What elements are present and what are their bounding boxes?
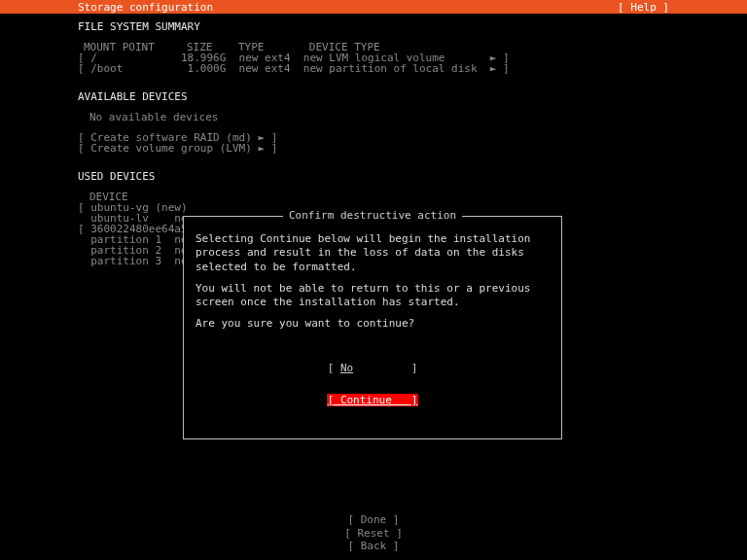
fs-row[interactable]: [ /boot 1.000G new ext4 new partition of… [78, 63, 669, 74]
no-button[interactable]: [ No ] [196, 363, 550, 373]
fs-summary-heading: FILE SYSTEM SUMMARY [78, 21, 669, 32]
continue-button[interactable]: [ Continue ] [196, 395, 550, 405]
back-button[interactable]: [ Back ] [0, 540, 747, 552]
reset-button[interactable]: [ Reset ] [0, 527, 747, 540]
used-heading: USED DEVICES [78, 171, 669, 182]
dialog-text-2: You will not be able to return to this o… [196, 282, 550, 310]
no-available-devices: No available devices [78, 112, 669, 122]
create-lvm-button[interactable]: [ Create volume group (LVM) ► ] [78, 143, 669, 154]
done-button[interactable]: [ Done ] [0, 513, 747, 526]
help-button[interactable]: [ Help ] [618, 2, 669, 13]
screen-title: Storage configuration [78, 2, 213, 13]
available-heading: AVAILABLE DEVICES [78, 91, 669, 102]
dialog-text-3: Are you sure you want to continue? [196, 317, 550, 331]
title-bar: Storage configuration [ Help ] [0, 0, 747, 14]
confirm-dialog: Confirm destructive action Selecting Con… [183, 216, 562, 439]
dialog-title: Confirm destructive action [283, 209, 462, 222]
footer-buttons: [ Done ] [ Reset ] [ Back ] [0, 513, 747, 552]
dialog-text-1: Selecting Continue below will begin the … [196, 232, 550, 274]
